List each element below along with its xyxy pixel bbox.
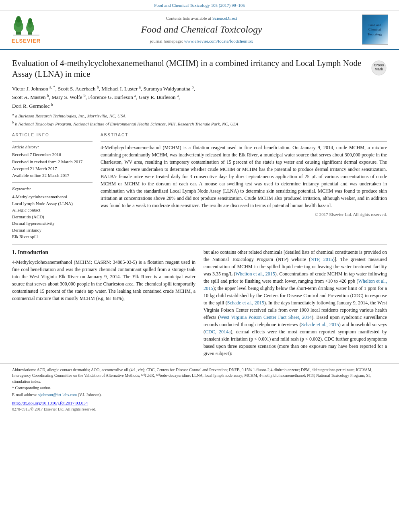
- doi-anchor[interactable]: http://dx.doi.org/10.1016/j.fct.2017.03.…: [12, 401, 88, 405]
- journal-cover-image: Food and Chemical Toxicology: [362, 14, 388, 45]
- keywords-list: 4-Methylcyclohexanemethanol Local lymph …: [12, 193, 93, 240]
- intro-two-col: 1. Introduction 4-Methylcyclohexanemetha…: [12, 249, 387, 359]
- available-date: Available online 22 March 2017: [12, 173, 93, 179]
- received-date: Received 7 December 2016: [12, 152, 93, 158]
- journal-citation-text: Food and Chemical Toxicology 105 (2017) …: [154, 3, 245, 8]
- article-history-label: Article history:: [12, 144, 93, 150]
- authors-text: Victor J. Johnson a, *, Scott S. Auerbac…: [12, 86, 195, 109]
- journal-header: ELSEVIER Contents lists available at Sci…: [0, 10, 399, 49]
- svg-text:Cross: Cross: [374, 63, 384, 67]
- journal-title: Food and Chemical Toxicology: [48, 23, 355, 37]
- intro-col1-para1: 4-Methylcyclohexanemethanol (MCHM; CASRN…: [12, 259, 195, 302]
- journal-header-right: Food and Chemical Toxicology: [359, 14, 391, 45]
- keyword-1: 4-Methylcyclohexanemethanol: [12, 193, 93, 200]
- keyword-3: Allergic contact: [12, 207, 93, 214]
- article-info-abstract-section: ARTICLE INFO Article history: Received 7…: [0, 132, 399, 244]
- keyword-6: Dermal irritancy: [12, 227, 93, 234]
- email-footnote: E-mail address: vjohnson@brt-labs.com (V…: [12, 392, 387, 398]
- email-link[interactable]: vjohnson@brt-labs.com: [38, 392, 77, 397]
- abbreviations-footnote: Abbreviations: ACD, allergic contact der…: [12, 367, 387, 385]
- intro-col2-para1: but also contains other related chemical…: [204, 249, 387, 357]
- journal-homepage-line: journal homepage: www.elsevier.com/locat…: [48, 38, 355, 44]
- copyright-line: © 2017 Elsevier Ltd. All rights reserved…: [101, 212, 387, 218]
- sciencedirect-prefix: Contents lists available at: [166, 16, 212, 21]
- ntp-link[interactable]: NTP, 2015: [311, 257, 333, 262]
- keyword-7: Elk River spill: [12, 233, 93, 240]
- abstract-col: ABSTRACT 4-Methylcyclohexanemethanol (MC…: [101, 132, 387, 240]
- article-title: Evaluation of 4-methylcyclohexanemethano…: [12, 58, 365, 80]
- journal-citation-bar: Food and Chemical Toxicology 105 (2017) …: [0, 0, 399, 10]
- elsevier-tree-icon: [12, 14, 40, 37]
- authors-line: Victor J. Johnson a, *, Scott S. Auerbac…: [12, 84, 387, 110]
- abstract-label: ABSTRACT: [101, 132, 387, 138]
- schade-2015-link-1[interactable]: Schade et al., 2015: [227, 300, 264, 306]
- wv-poison-center-link[interactable]: West Virginia Poison Center Fact Sheet, …: [220, 314, 312, 320]
- page: Food and Chemical Toxicology 105 (2017) …: [0, 0, 399, 532]
- svg-text:Mark: Mark: [374, 67, 383, 71]
- intro-col-right: but also contains other related chemical…: [204, 249, 387, 359]
- sciencedirect-link[interactable]: ScienceDirect: [212, 16, 237, 21]
- affiliation-b: b b National Toxicology Program, Nationa…: [12, 120, 387, 127]
- whelton-2015-link-2[interactable]: Whelton et al., 2015: [204, 278, 387, 291]
- intro-col-left: 1. Introduction 4-Methylcyclohexanemetha…: [12, 249, 195, 359]
- received-revised-date: Received in revised form 2 March 2017: [12, 159, 93, 165]
- article-title-row: Evaluation of 4-methylcyclohexanemethano…: [12, 58, 387, 80]
- affiliation-a: a a Burleson Research Technologies, Inc.…: [12, 112, 387, 119]
- svg-point-3: [16, 16, 21, 23]
- svg-point-7: [28, 18, 32, 24]
- accepted-date: Accepted 21 March 2017: [12, 166, 93, 172]
- intro-heading: 1. Introduction: [12, 249, 195, 257]
- elsevier-brand-label: ELSEVIER: [12, 37, 41, 45]
- article-info-label: ARTICLE INFO: [12, 132, 93, 138]
- elsevier-logo: ELSEVIER: [12, 14, 41, 45]
- issn-line: 0278-6915/© 2017 Elsevier Ltd. All right…: [12, 407, 387, 412]
- bottom-links-section: http://dx.doi.org/10.1016/j.fct.2017.03.…: [0, 398, 399, 414]
- journal-header-center: Contents lists available at ScienceDirec…: [48, 14, 355, 45]
- svg-rect-8: [13, 35, 39, 36]
- article-title-section: Evaluation of 4-methylcyclohexanemethano…: [0, 50, 399, 132]
- keyword-5: Dermal hypersensitivity: [12, 220, 93, 227]
- keyword-4: Dermatitis (ACD): [12, 214, 93, 220]
- article-info-col: ARTICLE INFO Article history: Received 7…: [12, 132, 93, 240]
- sciencedirect-line: Contents lists available at ScienceDirec…: [48, 15, 355, 21]
- schade-2015-link-2[interactable]: Schade et al., 2015: [301, 322, 339, 327]
- journal-cover-text: Food and Chemical Toxicology: [368, 23, 383, 37]
- journal-homepage-prefix: journal homepage:: [150, 39, 184, 43]
- doi-link: http://dx.doi.org/10.1016/j.fct.2017.03.…: [12, 400, 387, 406]
- footnotes-section: Abbreviations: ACD, allergic contact der…: [0, 364, 399, 398]
- keywords-label: Keywords:: [12, 186, 93, 192]
- whelton-2015-link-1[interactable]: Whelton et al., 2015: [235, 271, 275, 277]
- intro-section: 1. Introduction 4-Methylcyclohexanemetha…: [0, 244, 399, 364]
- crossmark-logo: Cross Mark: [371, 60, 387, 76]
- corresponding-author-footnote: * Corresponding author.: [12, 385, 387, 391]
- journal-header-left: ELSEVIER: [8, 14, 44, 45]
- abstract-text: 4-Methylcyclohexanemethanol (MCHM) is a …: [101, 144, 387, 209]
- keyword-2: Local lymph Node Assay (LLNA): [12, 200, 93, 207]
- cdc-2014a-link[interactable]: CDC, 2014a: [205, 329, 230, 335]
- journal-homepage-link[interactable]: www.elsevier.com/locate/foodchemtox: [184, 39, 253, 43]
